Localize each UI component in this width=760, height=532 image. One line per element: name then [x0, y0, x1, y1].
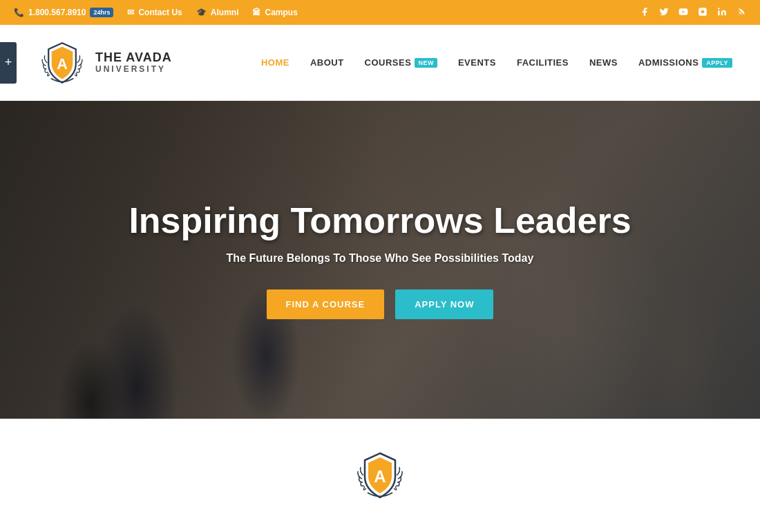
logo-subtitle: UNIVERSITY — [95, 64, 172, 74]
logo-title: THE AVADA — [95, 51, 172, 65]
header: + A — [0, 25, 760, 101]
nav-courses[interactable]: COURSES NEW — [365, 57, 437, 68]
alumni-link[interactable]: 🎓 Alumni — [196, 8, 239, 17]
hero-title: Inspiring Tomorrows Leaders — [129, 200, 631, 242]
phone-number: 1.800.567.8910 — [28, 8, 86, 17]
hero-subtitle: The Future Belongs To Those Who See Poss… — [227, 252, 534, 265]
social-links — [640, 7, 746, 19]
logo-text: THE AVADA UNIVERSITY — [95, 51, 172, 75]
hero-content: Inspiring Tomorrows Leaders The Future B… — [0, 101, 760, 419]
courses-new-badge: NEW — [415, 58, 437, 68]
alumni-label: Alumni — [211, 8, 239, 17]
top-bar: 📞 1.800.567.8910 24hrs ✉ Contact Us 🎓 Al… — [0, 0, 760, 25]
apply-now-button[interactable]: APPLY NOW — [395, 289, 493, 319]
hero-buttons: FIND A COURSE APPLY NOW — [267, 289, 494, 319]
contact-label: Contact Us — [138, 8, 182, 17]
contact-link[interactable]: ✉ Contact Us — [127, 8, 182, 17]
top-bar-left: 📞 1.800.567.8910 24hrs ✉ Contact Us 🎓 Al… — [14, 8, 298, 17]
alumni-icon: 🎓 — [196, 8, 207, 17]
nav-admissions[interactable]: ADMISSIONS APPLY — [638, 57, 732, 68]
phone-link[interactable]: 📞 1.800.567.8910 24hrs — [14, 8, 113, 17]
hero-section: Inspiring Tomorrows Leaders The Future B… — [0, 101, 760, 419]
logo-area: A THE AVADA UNIVERSITY — [37, 38, 189, 88]
footer-emblem: A — [352, 448, 408, 503]
youtube-icon[interactable] — [678, 7, 688, 19]
svg-point-2 — [718, 8, 719, 9]
facebook-icon[interactable] — [640, 7, 649, 19]
rss-icon[interactable] — [737, 7, 746, 19]
nav-events[interactable]: EVENTS — [458, 57, 496, 68]
instagram-icon[interactable] — [698, 7, 707, 19]
twitter-icon[interactable] — [659, 7, 669, 19]
linkedin-icon[interactable] — [717, 7, 727, 19]
main-nav: HOME ABOUT COURSES NEW EVENTS FACILITIES… — [261, 57, 732, 68]
svg-text:A: A — [57, 55, 68, 73]
admissions-apply-badge: APPLY — [702, 58, 732, 68]
phone-icon: 📞 — [14, 8, 24, 17]
contact-icon: ✉ — [127, 8, 134, 17]
nav-news[interactable]: NEWS — [589, 57, 618, 68]
campus-link[interactable]: 🏛 Campus — [252, 8, 297, 17]
logo-emblem: A — [37, 38, 87, 88]
nav-about[interactable]: ABOUT — [310, 57, 344, 68]
nav-home[interactable]: HOME — [261, 57, 289, 68]
find-course-button[interactable]: FIND A COURSE — [267, 289, 385, 319]
svg-text:A: A — [374, 467, 386, 486]
plus-icon: + — [5, 55, 12, 70]
sidebar-toggle[interactable]: + — [0, 42, 17, 84]
campus-icon: 🏛 — [252, 8, 260, 17]
nav-facilities[interactable]: FACILITIES — [517, 57, 569, 68]
campus-label: Campus — [265, 8, 297, 17]
below-hero-section: A — [0, 419, 760, 532]
svg-point-3 — [738, 14, 739, 15]
hours-badge: 24hrs — [90, 8, 113, 17]
